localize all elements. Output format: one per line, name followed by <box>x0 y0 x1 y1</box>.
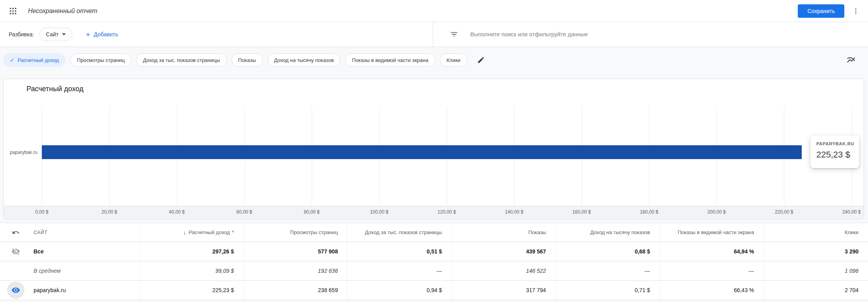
toggle-visibility-button[interactable] <box>11 286 20 294</box>
chip-estimated-earnings[interactable]: ✓ Расчетный доход <box>3 53 65 67</box>
site-name: В среднем <box>34 268 60 274</box>
cell-page-rpm: — <box>348 261 452 280</box>
undo-icon <box>12 229 20 236</box>
header-label: Расчетный доход <box>189 229 230 235</box>
plus-icon: + <box>86 31 90 38</box>
cell-impressions: 317 794 <box>452 281 556 300</box>
cell-page-views: 238 659 <box>244 281 348 300</box>
chip-label: Расчетный доход <box>18 57 59 63</box>
empty-icon-slot <box>11 266 20 275</box>
toggle-visibility-button[interactable] <box>11 247 20 256</box>
chart-tooltip: PAPARYBAK.RU 225,23 $ <box>810 135 859 168</box>
table-row-paparybak: paparybak.ru 225,23 $ 238 659 0,94 $ 317… <box>0 281 868 300</box>
header-site[interactable]: САЙТ <box>0 223 140 242</box>
x-tick-label: 240,00 $ <box>842 206 861 219</box>
site-name: paparybak.ru <box>34 287 66 293</box>
chip-label: Просмотры страниц <box>77 57 125 63</box>
filter-icon <box>450 30 458 39</box>
report-table: САЙТ ↓ Расчетный доход * Просмотры стран… <box>0 223 868 300</box>
edit-metrics-button[interactable] <box>475 54 486 66</box>
search-input[interactable]: Выполните поиск или отфильтруйте данные <box>470 31 588 38</box>
breakdown-label: Разбивка: <box>9 31 34 38</box>
header-estimated-earnings[interactable]: ↓ Расчетный доход * <box>140 223 244 242</box>
cell-clicks: 1 096 <box>764 261 868 280</box>
report-title: Несохраненный отчет <box>28 8 97 15</box>
header-impression-rpm[interactable]: Доход на тысячу показов <box>556 223 660 242</box>
cell-impression-rpm: 0,68 $ <box>556 242 660 261</box>
header-active-view[interactable]: Показы в видимой части экрана <box>660 223 764 242</box>
x-tick-label: 120,00 $ <box>438 206 456 219</box>
metric-chips-row: ✓ Расчетный доход Просмотры страниц Дохо… <box>3 53 865 67</box>
check-icon: ✓ <box>10 57 15 63</box>
chip-clicks[interactable]: Клики <box>440 53 467 67</box>
reset-visibility-button[interactable] <box>11 228 20 237</box>
tooltip-value: 225,23 $ <box>816 150 859 160</box>
cell-impression-rpm: 0,71 $ <box>556 281 660 300</box>
breakdown-section: Разбивка: Сайт + Добавить <box>0 22 433 47</box>
x-tick-label: 100,00 $ <box>370 206 389 219</box>
x-tick-label: 200,00 $ <box>707 206 726 219</box>
breakdown-value: Сайт <box>46 31 58 38</box>
header-site-label: САЙТ <box>34 230 48 235</box>
chart-title: Расчетный доход <box>26 85 83 93</box>
chip-impressions[interactable]: Показы <box>232 53 263 67</box>
chip-label: Клики <box>447 57 460 63</box>
header-clicks[interactable]: Клики <box>764 223 868 242</box>
cell-estimated-earnings: 297,26 $ <box>140 242 244 261</box>
x-tick-label: 20,00 $ <box>101 206 117 219</box>
save-button[interactable]: Сохранить <box>798 4 844 18</box>
search-filter-bar[interactable]: Выполните поиск или отфильтруйте данные <box>433 22 868 47</box>
x-tick-label: 180,00 $ <box>640 206 658 219</box>
chip-active-view[interactable]: Показы в видимой части экрана <box>345 53 435 67</box>
cell-page-rpm: 0,51 $ <box>348 242 452 261</box>
table-row-all: Все 297,26 $ 577 908 0,51 $ 439 567 0,68… <box>0 242 868 261</box>
cell-page-rpm: 0,94 $ <box>348 281 452 300</box>
cell-impressions: 146 522 <box>452 261 556 280</box>
chip-impression-rpm[interactable]: Доход на тысячу показов <box>268 53 341 67</box>
pencil-icon <box>477 56 485 64</box>
apps-grid-icon[interactable] <box>9 7 17 15</box>
sort-desc-icon: ↓ <box>183 229 186 236</box>
chart-row-label: paparybak.ru <box>9 149 37 156</box>
header-impressions[interactable]: Показы <box>452 223 556 242</box>
x-axis-labels: 0,00 $20,00 $40,00 $60,00 $80,00 $100,00… <box>42 206 851 219</box>
chevron-down-icon <box>62 33 66 36</box>
header-page-rpm[interactable]: Доход за тыс. показов страницы <box>348 223 452 242</box>
cell-estimated-earnings: 99,09 $ <box>140 261 244 280</box>
tooltip-site: PAPARYBAK.RU <box>816 141 859 146</box>
chip-label: Доход на тысячу показов <box>274 57 334 63</box>
cell-active-view: 64,94 % <box>660 242 764 261</box>
add-breakdown-label: Добавить <box>94 31 118 38</box>
breakdown-dropdown[interactable]: Сайт <box>39 28 72 41</box>
header-page-views[interactable]: Просмотры страниц <box>244 223 348 242</box>
x-tick-label: 160,00 $ <box>572 206 591 219</box>
chip-page-rpm[interactable]: Доход за тыс. показов страницы <box>136 53 226 67</box>
add-breakdown-button[interactable]: + Добавить <box>86 31 118 38</box>
eye-off-icon <box>11 247 20 256</box>
site-name: Все <box>34 248 44 255</box>
x-tick-label: 60,00 $ <box>236 206 252 219</box>
more-options-button[interactable] <box>851 5 861 17</box>
app-header: Несохраненный отчет Сохранить <box>0 0 868 22</box>
cell-clicks: 2 704 <box>764 281 868 300</box>
report-toolbar: Разбивка: Сайт + Добавить Выполните поис… <box>0 22 868 47</box>
chart-plot-area <box>42 107 851 206</box>
cell-active-view: 66,43 % <box>660 281 764 300</box>
table-row-average: В среднем 99,09 $ 192 636 — 146 522 — — … <box>0 261 868 281</box>
cell-page-views: 577 908 <box>244 242 348 261</box>
chart-type-button[interactable] <box>845 54 857 66</box>
x-tick-label: 40,00 $ <box>169 206 185 219</box>
x-tick-label: 80,00 $ <box>304 206 320 219</box>
sort-marker: * <box>232 229 234 235</box>
cell-impression-rpm: — <box>556 261 660 280</box>
kebab-menu-icon <box>852 8 859 15</box>
chip-label: Доход за тыс. показов страницы <box>143 57 220 63</box>
table-header-row: САЙТ ↓ Расчетный доход * Просмотры стран… <box>0 223 868 242</box>
site-cell: В среднем <box>0 261 140 280</box>
chip-page-views[interactable]: Просмотры страниц <box>70 53 131 67</box>
cell-page-views: 192 636 <box>244 261 348 280</box>
chip-label: Показы в видимой части экрана <box>352 57 428 63</box>
x-tick-label: 0,00 $ <box>35 206 48 219</box>
revenue-bar[interactable] <box>42 145 802 159</box>
cell-clicks: 3 290 <box>764 242 868 261</box>
